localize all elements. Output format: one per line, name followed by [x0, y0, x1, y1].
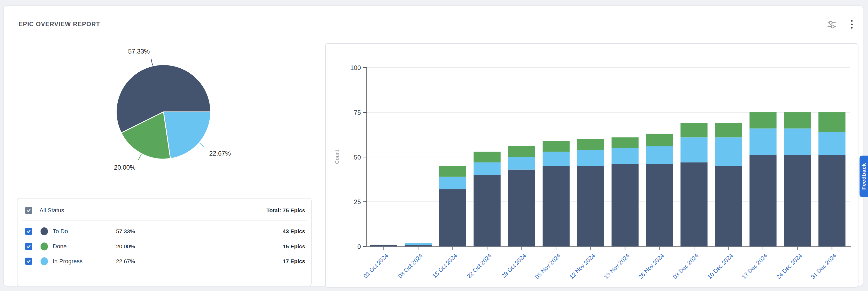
total-epics-label: Total: 75 Epics: [266, 207, 305, 213]
report-card: EPIC OVERVIEW REPORT 22.67%20.00%57.33%: [3, 5, 863, 286]
pie-percent-label: 20.00%: [114, 164, 135, 171]
in-progress-count: 17 Epics: [283, 258, 305, 264]
bar-segment[interactable]: [508, 157, 535, 170]
x-tick-label: 05 Nov 2024: [534, 252, 562, 281]
epic-trend-bar-chart[interactable]: 0255075100Count01 Oct 202408 Oct 202415 …: [325, 43, 859, 288]
bar-segment[interactable]: [542, 166, 570, 246]
bar-segment[interactable]: [818, 132, 845, 155]
bar-segment[interactable]: [818, 112, 845, 132]
status-legend-panel: All Status Total: 75 Epics To Do 57.33% …: [17, 198, 312, 286]
legend-row-in-progress: In Progress 22.67% 17 Epics: [18, 255, 311, 267]
report-toolbar: [827, 19, 856, 30]
y-tick-label: 100: [350, 64, 361, 71]
bar-segment[interactable]: [612, 164, 639, 247]
to-do-checkbox[interactable]: [25, 228, 32, 235]
bar-segment[interactable]: [750, 128, 777, 155]
done-label: Done: [53, 243, 67, 250]
to-do-percent: 57.33%: [116, 228, 135, 235]
bar-segment[interactable]: [784, 112, 811, 128]
bar-segment[interactable]: [542, 152, 570, 166]
pie-label-leader: [199, 143, 204, 147]
bar-segment[interactable]: [439, 189, 466, 246]
x-tick-label: 12 Nov 2024: [568, 252, 596, 281]
done-count: 15 Epics: [283, 243, 305, 250]
bar-segment[interactable]: [474, 163, 501, 175]
x-tick-label: 31 Dec 2024: [810, 252, 838, 281]
legend-row-done: Done 20.00% 15 Epics: [18, 240, 311, 253]
bar-segment[interactable]: [715, 123, 742, 137]
to-do-label: To Do: [53, 228, 68, 235]
bar-segment[interactable]: [612, 137, 639, 148]
bar-segment[interactable]: [680, 163, 707, 246]
pie-slice[interactable]: [163, 112, 211, 158]
bar-segment[interactable]: [784, 155, 811, 246]
y-tick-label: 25: [354, 198, 361, 205]
x-tick-label: 01 Oct 2024: [362, 252, 389, 279]
bar-segment[interactable]: [715, 137, 742, 166]
bar-segment[interactable]: [750, 112, 777, 128]
x-tick-label: 19 Nov 2024: [603, 252, 631, 281]
done-checkbox[interactable]: [25, 243, 32, 250]
bar-segment[interactable]: [680, 137, 707, 163]
pie-label-leader: [138, 154, 141, 160]
bar-segment[interactable]: [508, 170, 535, 246]
bar-segment[interactable]: [439, 177, 466, 189]
bar-segment[interactable]: [405, 243, 432, 245]
all-status-label: All Status: [39, 207, 64, 214]
epic-status-pie-chart[interactable]: 22.67%20.00%57.33%: [104, 40, 253, 173]
in-progress-label: In Progress: [53, 258, 83, 265]
page-title: EPIC OVERVIEW REPORT: [19, 21, 100, 28]
bar-segment[interactable]: [474, 152, 501, 163]
bar-segment[interactable]: [405, 244, 432, 246]
feedback-label: Feedback: [861, 163, 867, 190]
x-tick-label: 08 Oct 2024: [397, 252, 424, 279]
y-axis-title: Count: [334, 150, 340, 164]
bar-segment[interactable]: [577, 150, 604, 166]
bar-segment[interactable]: [715, 166, 742, 246]
y-tick-label: 75: [354, 109, 361, 116]
x-tick-label: 29 Oct 2024: [500, 252, 527, 279]
in-progress-checkbox[interactable]: [25, 258, 32, 265]
bar-segment[interactable]: [646, 134, 673, 146]
y-tick-label: 0: [358, 243, 361, 250]
bar-segment[interactable]: [612, 148, 639, 164]
x-tick-label: 10 Dec 2024: [706, 252, 734, 281]
bar-segment[interactable]: [577, 166, 604, 246]
y-tick-label: 50: [354, 154, 361, 161]
bar-segment[interactable]: [474, 175, 501, 246]
bar-segment[interactable]: [508, 146, 535, 157]
pie-percent-label: 57.33%: [128, 48, 150, 55]
to-do-color-swatch: [40, 227, 48, 235]
x-tick-label: 15 Oct 2024: [431, 252, 458, 279]
done-percent: 20.00%: [116, 243, 135, 250]
bar-segment[interactable]: [646, 164, 673, 247]
feedback-button[interactable]: Feedback: [860, 155, 868, 197]
bar-segment[interactable]: [646, 146, 673, 164]
legend-divider: [22, 221, 307, 221]
bar-segment[interactable]: [439, 166, 466, 177]
more-options-icon[interactable]: [847, 19, 856, 30]
bar-segment[interactable]: [784, 128, 811, 155]
bar-segment[interactable]: [577, 139, 604, 150]
bar-segment[interactable]: [680, 123, 707, 137]
done-color-swatch: [40, 242, 48, 251]
to-do-count: 43 Epics: [283, 228, 305, 235]
in-progress-color-swatch: [40, 257, 48, 265]
legend-row-to-do: To Do 57.33% 43 Epics: [18, 225, 311, 237]
filter-settings-icon[interactable]: [827, 19, 836, 30]
x-tick-label: 03 Dec 2024: [672, 252, 700, 281]
bar-segment[interactable]: [370, 244, 397, 246]
pie-percent-label: 22.67%: [209, 150, 231, 157]
x-tick-label: 26 Nov 2024: [637, 252, 665, 281]
pie-label-leader: [151, 59, 153, 65]
in-progress-percent: 22.67%: [116, 258, 135, 264]
bar-segment[interactable]: [818, 155, 845, 246]
x-tick-label: 17 Dec 2024: [741, 252, 769, 281]
x-tick-label: 24 Dec 2024: [775, 252, 803, 281]
bar-segment[interactable]: [750, 155, 777, 246]
legend-row-all-status: All Status Total: 75 Epics: [18, 204, 311, 216]
bar-segment[interactable]: [542, 141, 570, 152]
x-tick-label: 22 Oct 2024: [466, 252, 493, 279]
all-status-checkbox[interactable]: [25, 207, 32, 214]
